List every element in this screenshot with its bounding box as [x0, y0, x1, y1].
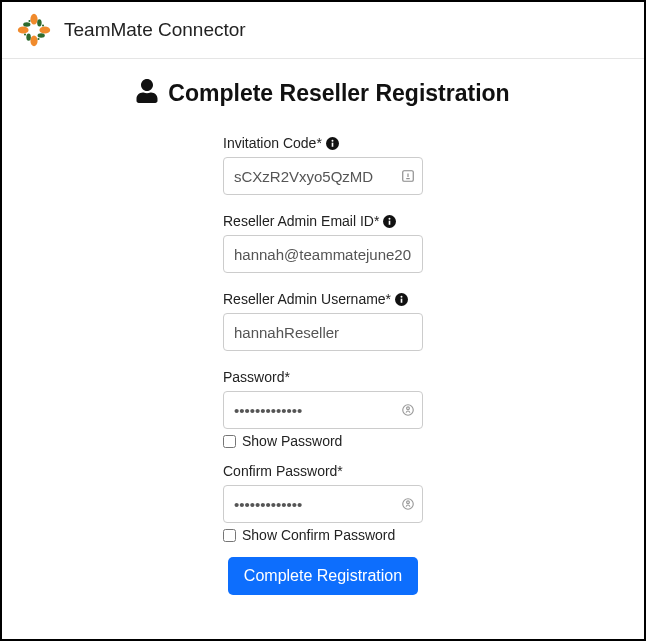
username-label: Reseller Admin Username* [223, 291, 391, 307]
field-email: Reseller Admin Email ID* [223, 213, 423, 273]
page-heading: Complete Reseller Registration [136, 79, 509, 107]
password-input[interactable] [223, 391, 423, 429]
header: TeamMate Connector [2, 2, 644, 59]
show-password-checkbox[interactable] [223, 435, 236, 448]
confirm-password-input[interactable] [223, 485, 423, 523]
field-invitation-code: Invitation Code* [223, 135, 423, 195]
confirm-password-label: Confirm Password* [223, 463, 343, 479]
autofill-icon [401, 169, 415, 183]
username-input[interactable] [223, 313, 423, 351]
svg-point-2 [28, 20, 30, 22]
password-label: Password* [223, 369, 290, 385]
registration-form: Invitation Code* Reseller Admin Email ID… [223, 135, 423, 595]
field-password: Password* Show Password [223, 369, 423, 449]
complete-registration-button[interactable]: Complete Registration [228, 557, 418, 595]
show-confirm-password-checkbox[interactable] [223, 529, 236, 542]
svg-point-9 [18, 26, 29, 33]
svg-point-4 [38, 33, 45, 38]
password-manager-icon[interactable] [401, 403, 415, 417]
svg-point-3 [39, 26, 50, 33]
info-icon[interactable] [383, 215, 396, 228]
svg-point-25 [407, 407, 410, 410]
app-title: TeamMate Connector [64, 19, 246, 41]
page-title: Complete Reseller Registration [168, 80, 509, 107]
svg-rect-13 [332, 142, 334, 146]
field-username: Reseller Admin Username* [223, 291, 423, 351]
invitation-code-input[interactable] [223, 157, 423, 195]
app-logo [16, 12, 52, 48]
svg-rect-22 [401, 298, 403, 302]
svg-point-0 [30, 14, 37, 25]
svg-point-7 [26, 34, 31, 41]
svg-point-1 [37, 19, 42, 26]
svg-point-6 [30, 35, 37, 46]
show-confirm-password-row[interactable]: Show Confirm Password [223, 527, 423, 543]
info-icon[interactable] [395, 293, 408, 306]
user-icon [136, 79, 158, 107]
svg-point-20 [389, 217, 391, 219]
email-input[interactable] [223, 235, 423, 273]
show-password-row[interactable]: Show Password [223, 433, 423, 449]
svg-point-11 [24, 33, 26, 35]
svg-point-14 [331, 139, 333, 141]
svg-point-27 [407, 501, 410, 504]
invitation-code-label: Invitation Code* [223, 135, 322, 151]
svg-point-23 [401, 295, 403, 297]
password-manager-icon[interactable] [401, 497, 415, 511]
field-confirm-password: Confirm Password* Show Confirm Password [223, 463, 423, 543]
svg-point-10 [23, 22, 30, 27]
show-password-label: Show Password [242, 433, 342, 449]
main: Complete Reseller Registration Invitatio… [2, 59, 644, 595]
show-confirm-password-label: Show Confirm Password [242, 527, 395, 543]
svg-point-5 [42, 24, 44, 26]
email-label: Reseller Admin Email ID* [223, 213, 379, 229]
svg-rect-19 [389, 220, 391, 224]
info-icon[interactable] [326, 137, 339, 150]
svg-point-8 [37, 38, 39, 40]
